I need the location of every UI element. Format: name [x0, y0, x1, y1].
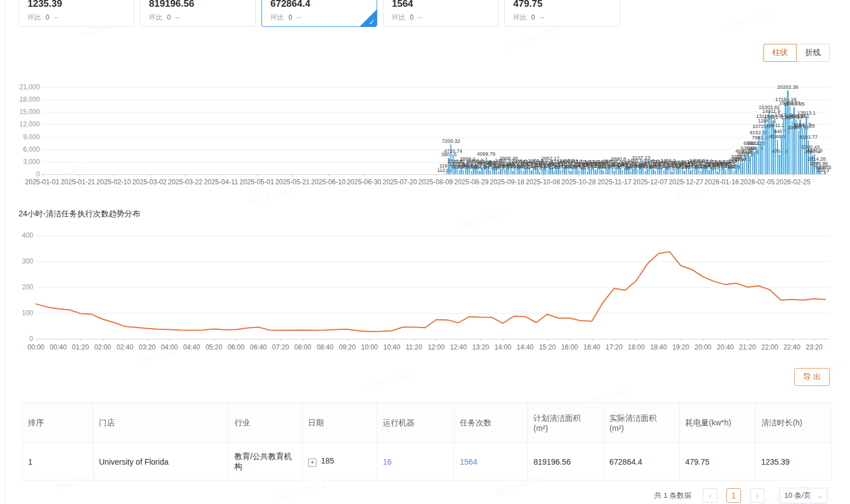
bar[interactable] — [740, 160, 741, 174]
tasks-link[interactable]: 1564 — [460, 457, 477, 466]
bar[interactable] — [512, 171, 513, 174]
bar[interactable] — [560, 170, 561, 174]
bar[interactable] — [750, 156, 751, 174]
bar-chart-toggle-button[interactable]: 柱状 — [763, 44, 797, 62]
bar[interactable] — [578, 170, 580, 174]
bar[interactable] — [477, 170, 478, 174]
bar[interactable] — [630, 171, 631, 174]
bar[interactable] — [500, 169, 501, 174]
bar[interactable] — [459, 170, 460, 174]
bar[interactable] — [605, 168, 607, 174]
bar[interactable] — [531, 170, 532, 174]
machines-link[interactable]: 16 — [383, 457, 392, 466]
bar[interactable] — [719, 169, 720, 174]
bar[interactable] — [601, 170, 602, 174]
bar[interactable] — [541, 169, 542, 174]
bar[interactable] — [725, 170, 726, 174]
bar[interactable] — [446, 169, 447, 174]
bar[interactable] — [498, 171, 499, 174]
bar[interactable] — [613, 171, 614, 174]
bar[interactable] — [504, 170, 505, 174]
bar[interactable] — [708, 170, 709, 174]
bar[interactable] — [539, 171, 540, 174]
bar[interactable] — [655, 171, 656, 174]
x-axis-tick-label: 2025-04-11 — [204, 178, 238, 186]
bar[interactable] — [479, 171, 480, 174]
next-page-button[interactable]: › — [750, 488, 765, 503]
stat-card-2[interactable]: 672864.4环比0--✓ — [261, 0, 377, 27]
bar[interactable] — [636, 170, 638, 174]
bar[interactable] — [622, 170, 623, 174]
bar[interactable] — [589, 169, 590, 174]
bar[interactable] — [756, 147, 757, 174]
bar[interactable] — [684, 171, 685, 174]
bar[interactable] — [603, 171, 604, 174]
bar[interactable] — [783, 119, 784, 174]
bar[interactable] — [632, 169, 633, 174]
bar[interactable] — [754, 152, 755, 174]
stat-card-3[interactable]: 1564环比0-- — [383, 0, 499, 27]
bar[interactable] — [663, 170, 664, 174]
bar[interactable] — [570, 171, 571, 174]
date-value: 185 — [321, 456, 334, 465]
bar[interactable] — [523, 171, 524, 174]
bar[interactable] — [673, 169, 675, 174]
bar[interactable] — [822, 174, 824, 174]
bar[interactable] — [765, 120, 766, 174]
bar[interactable] — [738, 162, 739, 174]
bar[interactable] — [744, 155, 745, 174]
bar[interactable] — [824, 171, 825, 174]
compare-value: 0 — [167, 13, 171, 21]
export-button[interactable]: 导出 — [794, 368, 830, 386]
bar[interactable] — [777, 140, 778, 174]
bar[interactable] — [554, 171, 555, 174]
bar[interactable] — [587, 171, 588, 174]
page-size-select[interactable]: 10 条/页 ⌄ — [779, 488, 828, 503]
stat-card-4[interactable]: 479.75环比0-- — [504, 0, 620, 27]
bar[interactable] — [768, 111, 770, 174]
bar[interactable] — [680, 170, 681, 174]
bar[interactable] — [471, 171, 472, 174]
bar[interactable] — [742, 163, 743, 174]
bar[interactable] — [779, 155, 780, 174]
y-axis-tick-label: 0 — [19, 170, 40, 178]
bar[interactable] — [746, 158, 747, 174]
line-chart-toggle-button[interactable]: 折线 — [797, 44, 830, 62]
daily-trend-bar-chart[interactable]: 03,0006,0009,00012,00015,00018,00021,000… — [19, 79, 831, 191]
stat-card-0[interactable]: 1235.39环比0-- — [19, 0, 134, 27]
bar[interactable] — [748, 152, 749, 174]
compare-value: 0 — [410, 13, 414, 21]
bar[interactable] — [481, 167, 482, 174]
bar[interactable] — [762, 130, 763, 174]
bar[interactable] — [798, 131, 799, 174]
compare-label: 环比 — [149, 13, 162, 21]
bar[interactable] — [734, 171, 735, 174]
bar[interactable] — [444, 174, 445, 174]
bar[interactable] — [758, 136, 759, 174]
stat-card-1[interactable]: 819196.56环比0-- — [140, 0, 256, 27]
bar[interactable] — [490, 170, 491, 174]
page-number-button[interactable]: 1 — [726, 488, 741, 503]
bar[interactable] — [595, 170, 596, 174]
bar[interactable] — [514, 169, 516, 174]
bar[interactable] — [645, 171, 646, 174]
bar[interactable] — [731, 170, 733, 174]
bar[interactable] — [717, 171, 718, 174]
bar[interactable] — [463, 170, 464, 174]
bar[interactable] — [735, 164, 736, 174]
bar[interactable] — [562, 169, 563, 174]
bar[interactable] — [781, 135, 782, 174]
hourly-trend-line-chart[interactable]: 010020030040000:0000:4001:2002:0002:4003… — [19, 229, 831, 358]
bar[interactable] — [548, 170, 549, 174]
bar[interactable] — [692, 169, 693, 174]
bar[interactable] — [671, 171, 672, 174]
expand-icon[interactable]: + — [308, 458, 317, 467]
y-axis-tick-label: 15,000 — [19, 108, 40, 116]
prev-page-button[interactable]: ‹ — [703, 488, 717, 503]
bar[interactable] — [766, 124, 767, 174]
bar[interactable] — [690, 170, 691, 174]
bar[interactable] — [760, 141, 761, 174]
bar[interactable] — [646, 169, 648, 174]
x-axis-tick-label: 2025-08-29 — [454, 178, 489, 186]
bar[interactable] — [700, 171, 702, 174]
